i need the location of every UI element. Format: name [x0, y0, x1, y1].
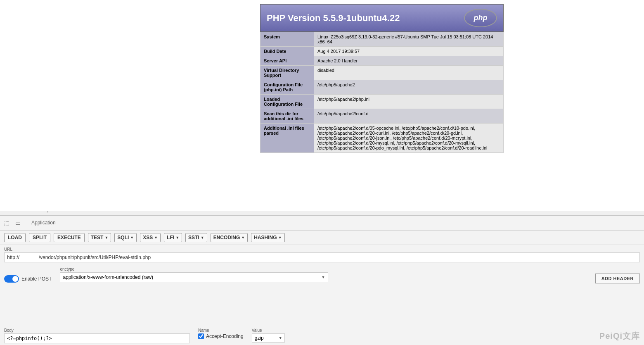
body-label: Body	[4, 328, 190, 333]
ssti-dropdown-arrow: ▼	[201, 236, 204, 240]
name-label: Name	[198, 328, 244, 333]
body-input[interactable]	[4, 333, 190, 343]
hashing-dropdown-arrow: ▼	[278, 236, 282, 240]
php-info-table: SystemLinux iZ25o3isq69Z 3.13.0-32-gener…	[260, 32, 504, 153]
enable-post-label: Enable POST	[21, 276, 52, 282]
sqli-dropdown-button[interactable]: SQLI ▼	[114, 233, 137, 242]
table-row-value: /etc/php5/apache2/conf.d/05-opcache.ini,…	[314, 124, 504, 153]
php-header-title: PHP Version 5.5.9-1ubuntu4.22	[267, 13, 400, 24]
add-header-button[interactable]: ADD HEADER	[595, 274, 640, 283]
url-input[interactable]	[4, 252, 640, 262]
body-col: Body	[4, 328, 190, 343]
devtools-panel: ⬚ ▭ ElementsConsoleNetworkSourcesPerform…	[0, 216, 644, 345]
name-checkbox[interactable]	[198, 333, 204, 339]
lfi-dropdown-button[interactable]: LFI ▼	[164, 233, 182, 242]
table-row-label: Scan this dir for additional .ini files	[260, 109, 314, 124]
horizontal-scrollbar[interactable]	[0, 211, 644, 216]
table-row-label: System	[260, 32, 314, 47]
test-dropdown-arrow: ▼	[104, 236, 108, 240]
enctype-select-wrapper: application/x-www-form-urlencoded (raw)a…	[60, 272, 328, 282]
xss-dropdown-button[interactable]: XSS ▼	[140, 233, 161, 242]
enctype-section: enctype application/x-www-form-urlencode…	[60, 267, 587, 282]
enable-post-toggle: Enable POST	[4, 275, 52, 283]
ssti-dropdown-button[interactable]: SSTI ▼	[185, 233, 207, 242]
value-label: Value	[252, 328, 640, 333]
device-toolbar-icon[interactable]: ▭	[13, 219, 22, 228]
browser-content: PHP Version 5.5.9-1ubuntu4.22 php System…	[0, 0, 644, 211]
sqli-dropdown-arrow: ▼	[130, 236, 134, 240]
enctype-label: enctype	[60, 267, 587, 271]
tab-application[interactable]: Application	[26, 217, 70, 230]
table-row-value: /etc/php5/apache2/php.ini	[314, 95, 504, 109]
table-row-value: disabled	[314, 66, 504, 80]
split-button[interactable]: SPLIT	[29, 233, 50, 242]
value-select-wrapper: gzipdeflatebridentity	[252, 333, 285, 343]
table-row-label: Loaded Configuration File	[260, 95, 314, 109]
encoding-dropdown-arrow: ▼	[241, 236, 245, 240]
value-col: Value gzipdeflatebridentity	[252, 328, 640, 343]
table-row-value: /etc/php5/apache2	[314, 80, 504, 95]
hashing-dropdown-button[interactable]: HASHING ▼	[251, 233, 284, 242]
value-row: gzipdeflatebridentity	[252, 333, 640, 343]
url-section: URL	[0, 245, 644, 264]
watermark: PeiQi文库	[599, 331, 640, 342]
name-row: Accept-Encoding	[198, 333, 244, 339]
table-row-value: Apache 2.0 Handler	[314, 56, 504, 66]
enable-post-toggle-switch[interactable]	[4, 275, 19, 283]
url-label: URL	[4, 247, 640, 252]
table-row-label: Server API	[260, 56, 314, 66]
lfi-dropdown-arrow: ▼	[175, 236, 179, 240]
enctype-select[interactable]: application/x-www-form-urlencoded (raw)a…	[60, 272, 328, 282]
devtools-icons: ⬚ ▭	[2, 219, 22, 228]
php-header: PHP Version 5.5.9-1ubuntu4.22 php	[260, 4, 504, 32]
body-section: Body Name Accept-Encoding Value gzipdefl…	[0, 326, 644, 345]
encoding-dropdown-button[interactable]: ENCODING ▼	[211, 233, 248, 242]
name-col: Name Accept-Encoding	[198, 328, 244, 339]
inspect-element-icon[interactable]: ⬚	[2, 219, 11, 228]
hackbar-toolbar: LOAD SPLIT EXECUTE TEST ▼ SQLI ▼ XSS ▼ L…	[0, 231, 644, 245]
phpinfo-container: PHP Version 5.5.9-1ubuntu4.22 php System…	[260, 4, 504, 153]
test-dropdown-button[interactable]: TEST ▼	[88, 233, 111, 242]
table-row-label: Configuration File (php.ini) Path	[260, 80, 314, 95]
name-value-text: Accept-Encoding	[206, 333, 244, 339]
execute-button[interactable]: EXECUTE	[54, 233, 85, 242]
table-row-label: Additional .ini files parsed	[260, 124, 314, 153]
php-logo: php	[464, 9, 497, 27]
load-button[interactable]: LOAD	[4, 233, 26, 242]
table-row-value: /etc/php5/apache2/conf.d	[314, 109, 504, 124]
table-row-label: Build Date	[260, 47, 314, 56]
table-row-value: Linux iZ25o3isq69Z 3.13.0-32-generic #57…	[314, 32, 504, 47]
devtools-tabs-bar: ⬚ ▭ ElementsConsoleNetworkSourcesPerform…	[0, 216, 644, 231]
table-row-label: Virtual Directory Support	[260, 66, 314, 80]
table-row-value: Aug 4 2017 19:39:57	[314, 47, 504, 56]
post-section: Enable POST enctype application/x-www-fo…	[0, 264, 644, 326]
value-select[interactable]: gzipdeflatebridentity	[252, 333, 285, 343]
xss-dropdown-arrow: ▼	[154, 236, 158, 240]
